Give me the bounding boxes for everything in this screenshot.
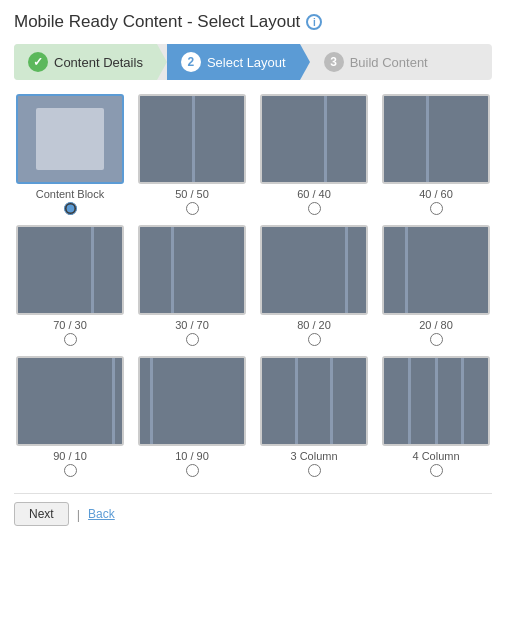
col-left	[18, 227, 91, 313]
layout-label-40-60: 40 / 60	[419, 188, 453, 200]
col-left	[140, 358, 150, 444]
col-left	[262, 96, 324, 182]
step-build-content[interactable]: 3 Build Content	[310, 44, 442, 80]
step-1-label: Content Details	[54, 55, 143, 70]
layout-item-10-90[interactable]: 10 / 90	[136, 356, 248, 477]
layout-radio-4-column[interactable]	[430, 464, 443, 477]
col-left	[140, 96, 192, 182]
layout-preview-50-50	[138, 94, 246, 184]
layout-label-90-10: 90 / 10	[53, 450, 87, 462]
layout-label-content-block: Content Block	[36, 188, 104, 200]
layout-label-50-50: 50 / 50	[175, 188, 209, 200]
page-title-text: Mobile Ready Content - Select Layout	[14, 12, 300, 32]
layout-label-3-column: 3 Column	[290, 450, 337, 462]
col-1	[384, 358, 408, 444]
layout-label-60-40: 60 / 40	[297, 188, 331, 200]
layout-label-4-column: 4 Column	[412, 450, 459, 462]
col-left	[140, 227, 171, 313]
col-right	[348, 227, 366, 313]
col-right	[94, 227, 122, 313]
col-left	[384, 227, 405, 313]
layout-radio-content-block[interactable]	[64, 202, 77, 215]
layout-item-4-column[interactable]: 4 Column	[380, 356, 492, 477]
layout-label-80-20: 80 / 20	[297, 319, 331, 331]
layout-radio-90-10[interactable]	[64, 464, 77, 477]
col-left	[384, 96, 426, 182]
step-select-layout[interactable]: 2 Select Layout	[167, 44, 300, 80]
col-right	[115, 358, 122, 444]
layout-item-80-20[interactable]: 80 / 20	[258, 225, 370, 346]
col-right	[195, 96, 244, 182]
content-block-inner	[36, 108, 104, 170]
col-left	[18, 358, 112, 444]
layout-preview-60-40	[260, 94, 368, 184]
col-2	[411, 358, 435, 444]
layout-radio-80-20[interactable]	[308, 333, 321, 346]
step-3-circle: 3	[324, 52, 344, 72]
col-right	[153, 358, 244, 444]
footer: Next | Back	[14, 493, 492, 526]
layout-item-40-60[interactable]: 40 / 60	[380, 94, 492, 215]
steps-bar: ✓ Content Details 2 Select Layout 3 Buil…	[14, 44, 492, 80]
layout-item-50-50[interactable]: 50 / 50	[136, 94, 248, 215]
layout-radio-50-50[interactable]	[186, 202, 199, 215]
layout-preview-40-60	[382, 94, 490, 184]
layout-preview-4-column	[382, 356, 490, 446]
col-2	[298, 358, 331, 444]
layout-item-20-80[interactable]: 20 / 80	[380, 225, 492, 346]
layout-item-3-column[interactable]: 3 Column	[258, 356, 370, 477]
layout-radio-10-90[interactable]	[186, 464, 199, 477]
layout-item-70-30[interactable]: 70 / 30	[14, 225, 126, 346]
step-content-details[interactable]: ✓ Content Details	[14, 44, 157, 80]
layout-preview-80-20	[260, 225, 368, 315]
layout-radio-60-40[interactable]	[308, 202, 321, 215]
layout-radio-40-60[interactable]	[430, 202, 443, 215]
step-3-label: Build Content	[350, 55, 428, 70]
page-title: Mobile Ready Content - Select Layout i	[14, 12, 492, 32]
layout-item-60-40[interactable]: 60 / 40	[258, 94, 370, 215]
next-button[interactable]: Next	[14, 502, 69, 526]
layout-preview-content-block	[16, 94, 124, 184]
step-1-circle: ✓	[28, 52, 48, 72]
col-1	[262, 358, 295, 444]
step-2-label: Select Layout	[207, 55, 286, 70]
info-icon[interactable]: i	[306, 14, 322, 30]
layout-radio-70-30[interactable]	[64, 333, 77, 346]
layout-radio-3-column[interactable]	[308, 464, 321, 477]
footer-divider: |	[77, 507, 80, 522]
layout-preview-30-70	[138, 225, 246, 315]
layout-item-content-block[interactable]: Content Block	[14, 94, 126, 215]
step-divider-1	[157, 44, 167, 80]
back-button[interactable]: Back	[88, 507, 115, 521]
layout-item-90-10[interactable]: 90 / 10	[14, 356, 126, 477]
layout-label-70-30: 70 / 30	[53, 319, 87, 331]
layout-label-10-90: 10 / 90	[175, 450, 209, 462]
layout-label-20-80: 20 / 80	[419, 319, 453, 331]
layout-preview-90-10	[16, 356, 124, 446]
col-right	[408, 227, 488, 313]
layout-radio-30-70[interactable]	[186, 333, 199, 346]
layout-preview-10-90	[138, 356, 246, 446]
layout-item-30-70[interactable]: 30 / 70	[136, 225, 248, 346]
layout-radio-20-80[interactable]	[430, 333, 443, 346]
col-4	[464, 358, 488, 444]
col-right	[174, 227, 244, 313]
col-right	[429, 96, 488, 182]
layout-grid: Content Block 50 / 50 60 / 40	[14, 94, 492, 477]
step-2-circle: 2	[181, 52, 201, 72]
step-divider-2	[300, 44, 310, 80]
layout-preview-3-column	[260, 356, 368, 446]
col-3	[438, 358, 462, 444]
layout-preview-70-30	[16, 225, 124, 315]
layout-label-30-70: 30 / 70	[175, 319, 209, 331]
col-3	[333, 358, 366, 444]
col-left	[262, 227, 345, 313]
col-right	[327, 96, 366, 182]
layout-preview-20-80	[382, 225, 490, 315]
